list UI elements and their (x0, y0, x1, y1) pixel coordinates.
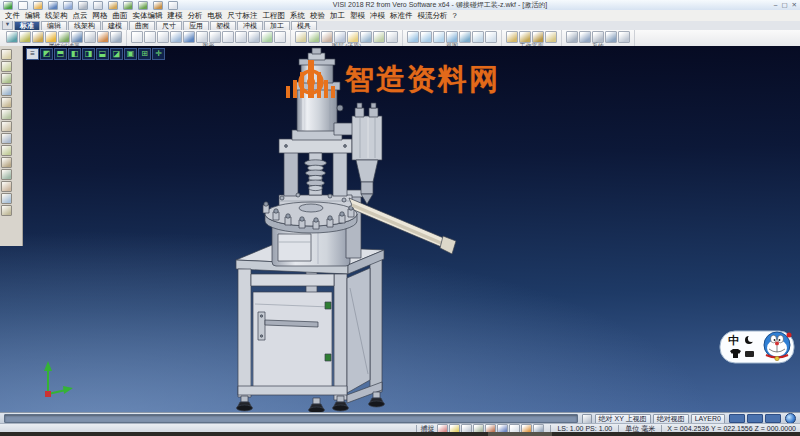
menu-item[interactable]: 文件 (5, 11, 20, 21)
plot-icon[interactable] (108, 1, 118, 10)
rectangle-tool-icon[interactable] (1, 109, 12, 120)
layer-current-icon[interactable] (347, 31, 359, 43)
menu-item[interactable]: 线架构 (45, 11, 68, 21)
circle-tool-icon[interactable] (1, 85, 12, 96)
ime-toolbar[interactable]: 中 (719, 327, 797, 367)
layer-list-icon[interactable] (386, 31, 398, 43)
new-file-icon[interactable] (18, 1, 28, 10)
dynamic-shade-icon[interactable] (170, 31, 182, 43)
hidden-line-icon[interactable] (157, 31, 169, 43)
zoom-previous-icon[interactable] (222, 31, 234, 43)
back-view-icon[interactable]: ⬓ (96, 48, 109, 60)
print-icon[interactable] (78, 1, 88, 10)
point-tool-icon[interactable] (1, 61, 12, 72)
selection-mode-icon[interactable] (582, 414, 592, 424)
iso-view-icon[interactable]: ◩ (40, 48, 53, 60)
active-layer-icon[interactable] (45, 31, 57, 43)
menu-item[interactable]: 加工 (330, 11, 345, 21)
extend-tool-icon[interactable] (1, 157, 12, 168)
color-swatch-1[interactable] (729, 414, 745, 423)
menu-item[interactable]: 冲模 (370, 11, 385, 21)
menu-item[interactable]: ? (453, 11, 457, 20)
menu-item[interactable]: 实体编辑 (133, 11, 163, 21)
linetype-attribute-icon[interactable] (32, 31, 44, 43)
tab-die[interactable]: 冲模 (237, 21, 263, 30)
view-top-icon[interactable] (407, 31, 419, 43)
filter-reset-icon[interactable] (110, 31, 122, 43)
ime-mode-indicator[interactable]: 中 (728, 334, 739, 346)
render-mode-icon[interactable] (183, 31, 195, 43)
macro-icon[interactable] (605, 31, 617, 43)
selection-filter-icon[interactable] (58, 31, 70, 43)
arc-tool-icon[interactable] (1, 97, 12, 108)
workplane-face-icon[interactable] (519, 31, 531, 43)
app-logo-icon[interactable] (3, 1, 13, 10)
view-list-icon[interactable] (485, 31, 497, 43)
zoom-fit-icon[interactable] (196, 31, 208, 43)
offset-tool-icon[interactable] (1, 193, 12, 204)
view-side-icon[interactable] (433, 31, 445, 43)
view-dynamic-icon[interactable] (459, 31, 471, 43)
tab-mould[interactable]: 塑模 (210, 21, 236, 30)
ime-toolbox-icon[interactable] (745, 351, 754, 357)
save-icon[interactable] (48, 1, 58, 10)
select-tool-icon[interactable] (1, 49, 12, 60)
menu-item[interactable]: 编辑 (25, 11, 40, 21)
tab-machining[interactable]: 加工 (264, 21, 290, 30)
tab-edit[interactable]: 编辑 (41, 21, 67, 30)
layer-new-icon[interactable] (373, 31, 385, 43)
menu-item[interactable]: 塑模 (350, 11, 365, 21)
calculator-icon[interactable] (592, 31, 604, 43)
rotate-3d-icon[interactable]: ✛ (152, 48, 165, 60)
menu-item[interactable]: 曲面 (113, 11, 128, 21)
system-info-icon[interactable] (618, 31, 630, 43)
workplane-reset-icon[interactable] (545, 31, 557, 43)
shaded-view-icon[interactable] (131, 31, 143, 43)
highlight-filter-icon[interactable] (97, 31, 109, 43)
menu-item[interactable]: 点云 (73, 11, 88, 21)
tab-standard[interactable]: 标准 (14, 21, 40, 30)
top-view-icon[interactable]: ⬒ (54, 48, 67, 60)
spline-tool-icon[interactable] (1, 133, 12, 144)
workplane-standard-icon[interactable] (506, 31, 518, 43)
database-icon[interactable] (579, 31, 591, 43)
left-view-icon[interactable]: ◪ (110, 48, 123, 60)
view-previous-icon[interactable] (472, 31, 484, 43)
print-preview-icon[interactable] (93, 1, 103, 10)
color-swatch-2[interactable] (747, 414, 763, 423)
line-tool-icon[interactable] (1, 73, 12, 84)
attribute-edit-icon[interactable] (6, 31, 18, 43)
menu-item[interactable]: 标准件 (390, 11, 413, 21)
front-view-icon[interactable]: ◧ (68, 48, 81, 60)
trim-tool-icon[interactable] (1, 145, 12, 156)
element-filter-icon[interactable] (71, 31, 83, 43)
bottom-view-icon[interactable]: ▣ (124, 48, 137, 60)
chamfer-tool-icon[interactable] (1, 181, 12, 192)
toolbar-dropdown-icon[interactable]: ▼ (2, 21, 13, 30)
menu-item[interactable]: 网格 (93, 11, 108, 21)
open-file-icon[interactable] (33, 1, 43, 10)
menu-item[interactable]: 工程图 (263, 11, 286, 21)
layer-manager-icon[interactable] (295, 31, 307, 43)
fillet-tool-icon[interactable] (1, 169, 12, 180)
right-view-icon[interactable]: ◨ (82, 48, 95, 60)
refresh-view-icon[interactable] (261, 31, 273, 43)
menu-item[interactable]: 校验 (310, 11, 325, 21)
close-icon[interactable]: ✕ (792, 0, 797, 10)
menu-item[interactable]: 系统 (290, 11, 305, 21)
color-attribute-icon[interactable] (19, 31, 31, 43)
color-swatch-3[interactable] (765, 414, 781, 423)
layer-on-icon[interactable] (308, 31, 320, 43)
abs-view-button[interactable]: 绝对视图 (653, 414, 689, 424)
menu-item[interactable]: 模流分析 (418, 11, 448, 21)
zoom-extents-icon[interactable]: ⊞ (138, 48, 151, 60)
3d-viewport[interactable]: ≡◩⬒◧◨⬓◪▣⊞✛ 智造资料网 (0, 46, 800, 412)
redraw-icon[interactable] (274, 31, 286, 43)
mirror-tool-icon[interactable] (1, 205, 12, 216)
polyline-tool-icon[interactable] (1, 121, 12, 132)
tab-modeling[interactable]: 建模 (102, 21, 128, 30)
minimize-icon[interactable]: – (774, 0, 778, 10)
tab-dimension[interactable]: 尺寸 (156, 21, 182, 30)
menu-item[interactable]: 分析 (188, 11, 203, 21)
tab-tooling[interactable]: 模具 (291, 21, 317, 30)
